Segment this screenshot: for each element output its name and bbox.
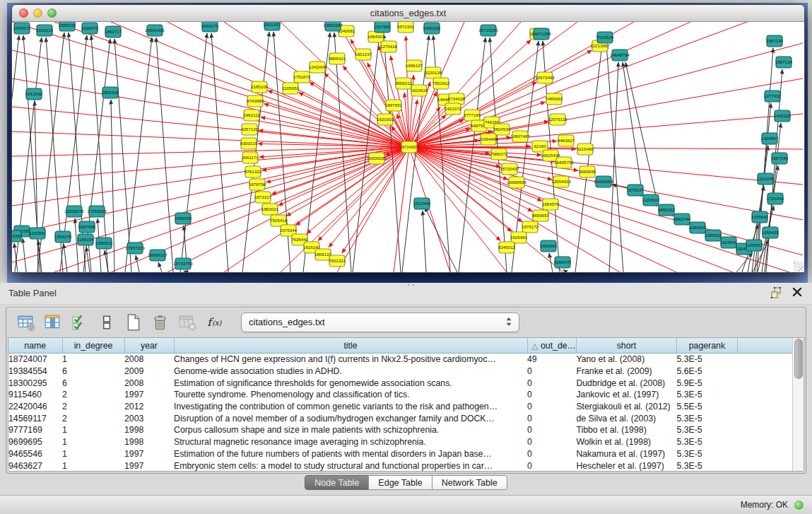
network-node[interactable]: 1939133 [36, 25, 54, 36]
network-node[interactable]: 7515528 [596, 32, 614, 43]
column-header-name[interactable]: name [8, 338, 62, 354]
network-node[interactable]: 1831397 [264, 22, 281, 30]
network-node[interactable]: 1620301 [377, 114, 394, 125]
network-graph[interactable]: 1872400721851099743889196211242571208300… [12, 22, 803, 272]
network-node[interactable]: 1240553 [746, 240, 763, 251]
row-options-icon[interactable] [97, 312, 118, 333]
show-columns-icon[interactable] [43, 312, 64, 333]
table-row[interactable]: 2242004622012Investigating the contribut… [8, 401, 795, 413]
network-node[interactable]: 17957223 [125, 243, 145, 254]
network-node[interactable]: 20364486 [478, 134, 498, 145]
network-node[interactable]: 1094620 [689, 222, 707, 233]
network-node[interactable]: 1275418 [380, 41, 398, 52]
network-node[interactable]: 3220126 [425, 67, 442, 78]
network-node[interactable]: 4257120 [241, 124, 259, 135]
network-node[interactable]: 1513445 [413, 198, 431, 209]
network-node[interactable]: 1962112 [243, 110, 260, 121]
network-node[interactable]: 12975115 [548, 114, 567, 125]
network-node[interactable]: 1221035 [757, 173, 775, 185]
network-node[interactable]: 9259470 [554, 257, 572, 268]
close-panel-icon[interactable] [791, 286, 804, 299]
network-node[interactable]: 20206576 [64, 206, 84, 217]
vertical-scrollbar[interactable] [792, 338, 804, 471]
network-node[interactable]: 2061171 [242, 152, 259, 163]
network-node[interactable]: 1035642 [751, 211, 769, 223]
network-node[interactable]: 6466160 [423, 23, 441, 34]
network-node[interactable]: 1421072 [445, 103, 462, 115]
network-node[interactable]: 1594275 [54, 231, 72, 243]
network-node[interactable]: 10807487 [510, 131, 530, 142]
network-node[interactable]: 1445320 [774, 110, 792, 122]
network-node[interactable]: 9862744 [673, 214, 691, 225]
network-node[interactable]: 18724007 [399, 141, 419, 153]
column-header-indegree[interactable]: in_degree [62, 338, 124, 354]
network-node[interactable]: 1897651 [385, 100, 403, 111]
network-node[interactable]: 18300295 [367, 153, 387, 164]
table-row[interactable]: 911546021997Tourette syndrome. Phenomeno… [8, 389, 795, 401]
network-node[interactable]: 20691406 [145, 25, 165, 36]
network-node[interactable]: 1882717 [105, 26, 122, 37]
network-node[interactable]: 3824534 [493, 124, 511, 135]
network-node[interactable]: 16495756 [554, 157, 574, 168]
network-node[interactable]: 9743889 [247, 95, 264, 107]
network-node[interactable]: 16958107 [148, 250, 167, 261]
network-node[interactable]: 7986372 [490, 148, 508, 160]
network-node[interactable]: 2805334 [102, 87, 119, 98]
column-header-title[interactable]: title [174, 338, 527, 354]
network-node[interactable]: 9777169 [464, 110, 481, 121]
network-node[interactable]: 1277432 [764, 90, 782, 102]
network-node[interactable]: 1150681 [29, 228, 46, 239]
network-node[interactable]: 7485063 [546, 93, 563, 105]
network-node[interactable]: 1853021 [261, 204, 279, 215]
network-node[interactable]: 16409354 [594, 176, 613, 187]
network-node[interactable]: 1878798 [249, 179, 266, 190]
network-node[interactable]: 10653287 [323, 22, 343, 31]
zoom-window-button[interactable] [47, 8, 57, 18]
network-node[interactable]: 1601237 [355, 49, 372, 60]
minimize-window-button[interactable] [33, 8, 42, 18]
network-node[interactable]: 2085339 [59, 22, 76, 31]
network-node[interactable]: 1105653 [282, 83, 299, 94]
network-node[interactable]: 9115460 [577, 144, 594, 155]
network-node[interactable]: 14671358 [531, 28, 551, 40]
network-node[interactable]: 1696107 [406, 60, 423, 71]
network-node[interactable]: 1687340 [771, 153, 789, 164]
network-node[interactable]: 8781323 [245, 166, 262, 177]
table-mode-icon[interactable] [16, 312, 37, 333]
network-node[interactable]: 1673317 [254, 192, 272, 203]
network-node[interactable]: 5572301 [397, 22, 415, 33]
network-node[interactable]: 1675172 [522, 221, 539, 233]
network-node[interactable]: 1145194 [77, 234, 94, 245]
column-header-outde[interactable]: △out_de… [527, 338, 576, 354]
table-row[interactable]: 977716911998Corpus callosum shape and si… [8, 424, 795, 436]
tab-network-table[interactable]: Network Table [432, 475, 507, 490]
network-node[interactable]: 9856183 [658, 204, 676, 216]
float-panel-icon[interactable] [770, 286, 782, 299]
splitter-handle[interactable] [406, 284, 416, 286]
network-node[interactable]: 1751873 [293, 71, 311, 83]
network-node[interactable]: 1587134 [775, 57, 793, 68]
network-node[interactable]: 1695422 [705, 230, 722, 241]
network-node[interactable]: 7831321 [329, 255, 346, 267]
network-node[interactable]: 1242004 [309, 62, 326, 73]
function-builder-icon[interactable]: f (x) [204, 312, 225, 333]
network-node[interactable]: 1721043 [767, 193, 784, 204]
table-selector-dropdown[interactable]: citations_edges.txt [241, 313, 519, 332]
network-node[interactable]: 14648794 [610, 49, 630, 61]
network-node[interactable]: 2693170 [201, 22, 219, 32]
network-node[interactable]: 15720437 [500, 163, 519, 175]
network-node[interactable]: 1803681 [540, 240, 558, 252]
network-node[interactable]: 10719155 [478, 25, 498, 36]
network-node[interactable]: 3913350 [12, 230, 23, 242]
network-node[interactable]: 12654923 [551, 176, 571, 187]
network-node[interactable]: 1324587 [761, 133, 779, 144]
table-row[interactable]: 1830029562008Estimation of significance … [8, 377, 795, 389]
network-node[interactable]: 1405572 [13, 23, 31, 34]
network-node[interactable]: 2185109 [251, 81, 269, 93]
delete-table-icon[interactable] [177, 312, 199, 333]
table-row[interactable]: 946554611997Estimation of the future num… [8, 448, 795, 460]
network-node[interactable]: 10973493 [535, 72, 555, 83]
scrollbar-thumb[interactable] [794, 339, 803, 379]
column-header-pagerank[interactable]: pagerank [676, 338, 737, 354]
network-node[interactable]: 17359928 [87, 206, 107, 217]
